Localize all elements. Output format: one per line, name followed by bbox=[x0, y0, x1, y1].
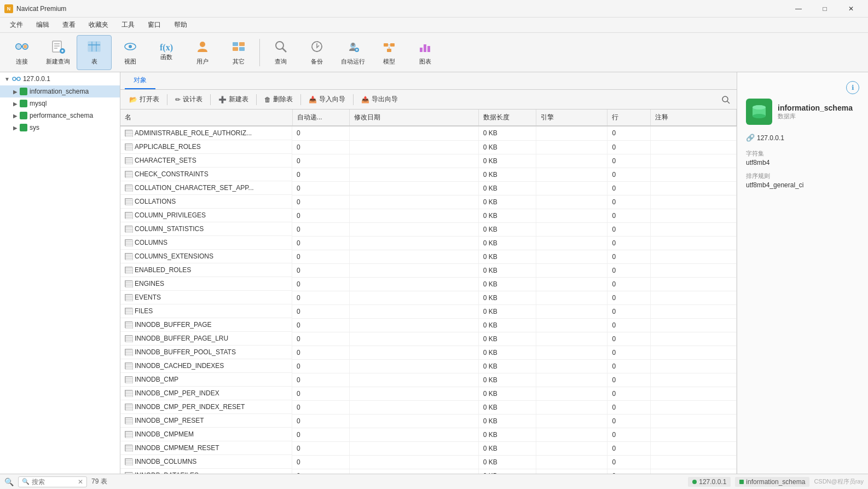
design-icon: ✏ bbox=[175, 96, 181, 103]
toolbar-other[interactable]: 其它 bbox=[221, 35, 256, 70]
cell-name: INNODB_CMP bbox=[120, 373, 292, 387]
cell-name-text: INNODB_CMP bbox=[135, 376, 178, 383]
table-row[interactable]: INNODB_CMP_PER_INDEX_RESET00 KB0 bbox=[120, 400, 737, 414]
table-row[interactable]: ENABLED_ROLES00 KB0 bbox=[120, 263, 737, 277]
sidebar-item-mysql[interactable]: ▶ mysql bbox=[0, 97, 120, 110]
menu-favorites[interactable]: 收藏夹 bbox=[83, 18, 114, 32]
cell-name-text: CHECK_CONSTRAINTS bbox=[135, 170, 209, 178]
table-row[interactable]: INNODB_CACHED_INDEXES00 KB0 bbox=[120, 359, 737, 373]
toolbar-model[interactable]: 模型 bbox=[372, 35, 407, 70]
search-box[interactable]: 🔍 ✕ bbox=[18, 476, 87, 487]
table-row[interactable]: CHARACTER_SETS00 KB0 bbox=[120, 154, 737, 168]
table-row[interactable]: COLLATIONS00 KB0 bbox=[120, 195, 737, 209]
table-row[interactable]: INNODB_CMP_RESET00 KB0 bbox=[120, 414, 737, 428]
table-row[interactable]: INNODB_BUFFER_POOL_STATS00 KB0 bbox=[120, 346, 737, 359]
cell-name-text: INNODB_BUFFER_PAGE_LRU bbox=[135, 335, 228, 342]
toolbar-query[interactable]: 查询 bbox=[263, 35, 298, 70]
table-row[interactable]: CHECK_CONSTRAINTS00 KB0 bbox=[120, 168, 737, 181]
table-row[interactable]: COLUMNS00 KB0 bbox=[120, 236, 737, 250]
cell-comment bbox=[650, 359, 736, 373]
table-row[interactable]: INNODB_CMPMEM_RESET00 KB0 bbox=[120, 441, 737, 455]
toolbar-table[interactable]: 表 bbox=[77, 35, 112, 70]
action-import[interactable]: 📥 导入向导 bbox=[304, 93, 350, 106]
action-export[interactable]: 📤 导出向导 bbox=[357, 93, 402, 106]
toolbar: 连接 新建查询 表 bbox=[0, 33, 868, 72]
action-delete-table[interactable]: 🗑 删除表 bbox=[260, 93, 297, 106]
col-header-engine[interactable]: 引擎 bbox=[536, 110, 607, 126]
toolbar-view[interactable]: 视图 bbox=[113, 35, 148, 70]
table-row[interactable]: INNODB_DATAFILES00 KB0 bbox=[120, 469, 737, 474]
table-container[interactable]: 名 自动递... 修改日期 数据长度 引擎 行 注释 ADMINISTRABLE… bbox=[120, 110, 737, 474]
status-conn-label: 127.0.0.1 bbox=[699, 478, 726, 486]
close-button[interactable]: ✕ bbox=[838, 0, 864, 18]
search-button[interactable] bbox=[719, 93, 732, 106]
menu-window[interactable]: 窗口 bbox=[142, 18, 166, 32]
table-row[interactable]: INNODB_CMP00 KB0 bbox=[120, 373, 737, 387]
search-input[interactable] bbox=[32, 478, 76, 486]
menu-edit[interactable]: 编辑 bbox=[31, 18, 55, 32]
toolbar-function-label: 函数 bbox=[160, 53, 172, 61]
menu-help[interactable]: 帮助 bbox=[169, 18, 193, 32]
cell-auto: 0 bbox=[292, 387, 350, 400]
col-header-rows[interactable]: 行 bbox=[607, 110, 651, 126]
cell-date bbox=[350, 346, 479, 359]
table-row-icon bbox=[125, 321, 132, 328]
toolbar-connect-label: 连接 bbox=[16, 57, 28, 66]
close-search-icon[interactable]: ✕ bbox=[78, 478, 83, 486]
svg-rect-39 bbox=[427, 46, 430, 52]
cell-engine bbox=[536, 209, 607, 222]
sidebar-item-performance[interactable]: ▶ performance_schema bbox=[0, 110, 120, 122]
cell-name: INNODB_CMPMEM_RESET bbox=[120, 441, 292, 455]
collation-label: 排序规则 bbox=[746, 172, 859, 180]
table-row[interactable]: COLUMN_STATISTICS00 KB0 bbox=[120, 222, 737, 236]
titlebar-controls[interactable]: — □ ✕ bbox=[786, 0, 864, 18]
col-header-comment[interactable]: 注释 bbox=[650, 110, 736, 126]
toolbar-newquery[interactable]: 新建查询 bbox=[40, 35, 76, 70]
table-row[interactable]: COLUMN_PRIVILEGES00 KB0 bbox=[120, 209, 737, 222]
toolbar-autorun[interactable]: 自动运行 bbox=[335, 35, 371, 70]
menu-view[interactable]: 查看 bbox=[57, 18, 81, 32]
cell-size: 0 KB bbox=[478, 346, 536, 359]
cell-comment bbox=[650, 140, 736, 154]
cell-auto: 0 bbox=[292, 209, 350, 222]
table-row[interactable]: INNODB_BUFFER_PAGE00 KB0 bbox=[120, 318, 737, 332]
cell-engine bbox=[536, 400, 607, 414]
table-row[interactable]: COLUMNS_EXTENSIONS00 KB0 bbox=[120, 250, 737, 263]
toolbar-user[interactable]: 用户 bbox=[185, 35, 220, 70]
table-row[interactable]: APPLICABLE_ROLES00 KB0 bbox=[120, 140, 737, 154]
table-row[interactable]: INNODB_CMP_PER_INDEX00 KB0 bbox=[120, 387, 737, 400]
cell-size: 0 KB bbox=[478, 195, 536, 209]
action-design-table[interactable]: ✏ 设计表 bbox=[171, 93, 207, 106]
menu-tools[interactable]: 工具 bbox=[116, 18, 140, 32]
cell-comment bbox=[650, 455, 736, 469]
table-row[interactable]: INNODB_CMPMEM00 KB0 bbox=[120, 428, 737, 441]
sidebar-connection[interactable]: ▼ 127.0.0.1 bbox=[0, 72, 120, 85]
toolbar-connect[interactable]: 连接 bbox=[4, 35, 39, 70]
cell-date bbox=[350, 222, 479, 236]
maximize-button[interactable]: □ bbox=[812, 0, 837, 18]
table-row[interactable]: ENGINES00 KB0 bbox=[120, 277, 737, 291]
toolbar-backup[interactable]: 备份 bbox=[299, 35, 334, 70]
sidebar-item-information-schema[interactable]: ▶ information_schema bbox=[0, 85, 120, 97]
table-row[interactable]: INNODB_BUFFER_PAGE_LRU00 KB0 bbox=[120, 332, 737, 346]
action-new-table[interactable]: ➕ 新建表 bbox=[214, 93, 253, 106]
table-row[interactable]: INNODB_COLUMNS00 KB0 bbox=[120, 455, 737, 469]
right-panel: ℹ information_schema 数据库 🔗 127.0.0.1 bbox=[737, 72, 868, 474]
info-button[interactable]: ℹ bbox=[846, 81, 859, 94]
menu-file[interactable]: 文件 bbox=[4, 18, 28, 32]
col-header-name[interactable]: 名 bbox=[120, 110, 292, 126]
toolbar-function[interactable]: f(x) 函数 bbox=[149, 35, 184, 70]
minimize-button[interactable]: — bbox=[786, 0, 811, 18]
table-row[interactable]: FILES00 KB0 bbox=[120, 304, 737, 318]
sidebar-item-sys[interactable]: ▶ sys bbox=[0, 122, 120, 134]
action-open-table[interactable]: 📂 打开表 bbox=[125, 93, 164, 106]
col-header-auto[interactable]: 自动递... bbox=[292, 110, 350, 126]
table-row[interactable]: COLLATION_CHARACTER_SET_APP...00 KB0 bbox=[120, 181, 737, 195]
col-header-date[interactable]: 修改日期 bbox=[350, 110, 479, 126]
tab-objects[interactable]: 对象 bbox=[125, 72, 155, 89]
table-row[interactable]: ADMINISTRABLE_ROLE_AUTHORIZ...00 KB0 bbox=[120, 126, 737, 140]
col-header-size[interactable]: 数据长度 bbox=[478, 110, 536, 126]
titlebar: N Navicat Premium — □ ✕ bbox=[0, 0, 868, 18]
table-row[interactable]: EVENTS00 KB0 bbox=[120, 291, 737, 304]
toolbar-chart[interactable]: 图表 bbox=[408, 35, 443, 70]
